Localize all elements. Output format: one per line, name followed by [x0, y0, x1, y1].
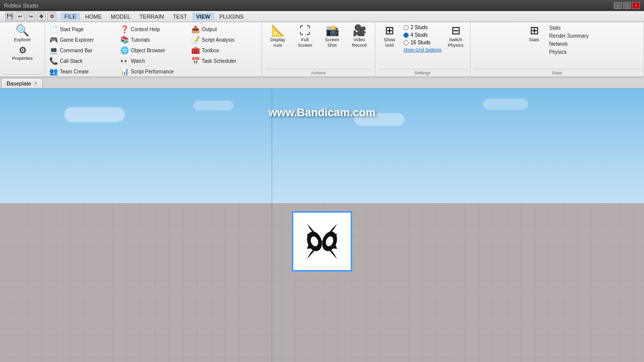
video-record-btn[interactable]: 🎥 VideoRecord	[347, 24, 372, 49]
stats-section-label: Stats	[473, 69, 640, 75]
start-page-btn[interactable]: 📄 Start Page	[47, 24, 118, 34]
ribbon: 🔍 Explorer ⚙ Properties 📄 Start Page ❓ C…	[0, 22, 644, 77]
viewport-3d[interactable]: www.Bandicam.com	[0, 88, 644, 362]
window-controls: – □ ×	[614, 2, 640, 9]
title-bar: Roblox Studio – □ ×	[0, 0, 644, 11]
script-analysis-icon: 📝	[191, 36, 200, 44]
menu-terrain[interactable]: TERRAIN	[135, 13, 168, 21]
full-screen-icon: ⛶	[299, 25, 310, 36]
menu-bar: 💾 ↩ ↪ ✥ ⚙ FILE HOME MODEL TERRAIN TEST V…	[0, 11, 644, 22]
display-axis-icon: 📐	[271, 25, 285, 36]
menu-test[interactable]: TEST	[169, 13, 191, 21]
context-help-btn[interactable]: ❓ Context Help	[118, 24, 189, 34]
watch-btn[interactable]: 👀 Watch	[118, 56, 189, 66]
grid-settings-link[interactable]: show Grid Settings	[403, 47, 443, 53]
tab-bar: Baseplate ×	[0, 77, 644, 88]
stats-grid-btn[interactable]: ⊞ Stats	[523, 24, 545, 44]
settings-section: ⊞ ShowGrid 2 Studs 4 Studs 16 Studs	[375, 22, 470, 76]
start-page-icon: 📄	[49, 25, 58, 33]
toolbox-btn[interactable]: 🧰 Toolbox	[189, 45, 260, 55]
baseplate-surface	[0, 203, 644, 362]
context-help-icon: ❓	[120, 25, 129, 33]
move-icon[interactable]: ✥	[37, 12, 46, 21]
settings-section-label: Settings	[378, 69, 467, 75]
stats-grid-icon: ⊞	[530, 25, 539, 36]
settings2-icon[interactable]: ⚙	[47, 12, 56, 21]
watch-icon: 👀	[120, 57, 129, 65]
redo-icon[interactable]: ↪	[26, 12, 35, 21]
stud-2-option[interactable]: 2 Studs	[403, 24, 443, 31]
toolbox-icon: 🧰	[191, 46, 200, 54]
screenshot-btn[interactable]: 📸 ScreenShot	[319, 24, 345, 49]
video-record-icon: 🎥	[353, 25, 366, 36]
game-explorer-btn[interactable]: 🎮 Game Explorer	[47, 35, 118, 45]
physics-btn[interactable]: Physics	[547, 48, 591, 56]
team-create-btn[interactable]: 👥 Team Create	[47, 66, 118, 76]
switch-physics-icon: ⊟	[451, 25, 460, 36]
cloud-1	[64, 107, 125, 122]
show-section: 📄 Start Page ❓ Context Help 📤 Output 🎮 G…	[45, 22, 262, 76]
team-create-icon: 👥	[49, 67, 58, 75]
network-btn[interactable]: Network	[547, 40, 591, 48]
screenshot-icon: 📸	[326, 25, 339, 36]
explorer-section-label	[3, 74, 42, 75]
show-grid-btn[interactable]: ⊞ ShowGrid	[378, 24, 400, 49]
object-svg	[297, 216, 347, 266]
command-bar-icon: 💻	[49, 46, 58, 54]
undo-icon[interactable]: ↩	[16, 12, 25, 21]
properties-btn[interactable]: ⚙ Properties	[10, 45, 35, 62]
selected-object[interactable]	[292, 211, 352, 272]
full-screen-btn[interactable]: ⛶ FullScreen	[292, 24, 317, 49]
menu-view[interactable]: VIEW	[192, 13, 214, 21]
task-scheduler-icon: 📅	[191, 57, 200, 65]
task-scheduler-btn[interactable]: 📅 Task Scheduler	[189, 56, 260, 66]
maximize-btn[interactable]: □	[623, 2, 631, 9]
cloud-3	[354, 113, 405, 126]
cloud-2	[193, 101, 233, 111]
baseplate-tab[interactable]: Baseplate ×	[1, 78, 43, 88]
menu-model[interactable]: MODEL	[107, 13, 134, 21]
tab-close-icon[interactable]: ×	[34, 80, 37, 86]
stats-section: ⊞ Stats Stats Render Summary Network Phy…	[470, 22, 644, 76]
object-browser-icon: 🌐	[120, 46, 129, 54]
actions-section-label: Actions	[265, 69, 372, 75]
script-analysis-btn[interactable]: 📝 Script Analysis	[189, 35, 260, 45]
show-grid-icon: ⊞	[385, 25, 394, 36]
actions-section: 📐 DisplayAxis ⛶ FullScreen 📸 ScreenShot …	[262, 22, 375, 76]
explorer-properties-section: 🔍 Explorer ⚙ Properties	[0, 22, 45, 76]
call-stack-btn[interactable]: 📞 Call Stack	[47, 56, 118, 66]
close-btn[interactable]: ×	[632, 2, 640, 9]
stud-2-radio	[404, 25, 409, 30]
menu-home[interactable]: HOME	[81, 13, 106, 21]
explorer-icon: 🔍	[16, 25, 29, 36]
object-browser-btn[interactable]: 🌐 Object Browser	[118, 45, 189, 55]
explorer-btn[interactable]: 🔍 Explorer	[12, 24, 34, 44]
minimize-btn[interactable]: –	[614, 2, 622, 9]
render-summary-btn[interactable]: Render Summary	[547, 32, 591, 40]
selected-object-container	[292, 211, 352, 272]
vertical-divider	[272, 88, 272, 362]
quick-access: 💾 ↩ ↪ ✥ ⚙	[5, 12, 56, 21]
display-axis-btn[interactable]: 📐 DisplayAxis	[265, 24, 290, 49]
tutorials-icon: 📚	[120, 36, 129, 44]
cloud-4	[483, 99, 528, 110]
stud-16-radio	[404, 40, 409, 45]
sky	[0, 88, 644, 212]
stud-16-option[interactable]: 16 Studs	[403, 39, 443, 46]
properties-icon: ⚙	[19, 46, 27, 55]
save-icon[interactable]: 💾	[5, 12, 14, 21]
output-btn[interactable]: 📤 Output	[189, 24, 260, 34]
menu-file[interactable]: FILE	[60, 13, 80, 21]
game-explorer-icon: 🎮	[49, 36, 58, 44]
command-bar-btn[interactable]: 💻 Command Bar	[47, 45, 118, 55]
tutorials-btn[interactable]: 📚 Tutorials	[118, 35, 189, 45]
viewport-area: Baseplate ×	[0, 77, 644, 362]
script-performance-btn[interactable]: 📊 Script Performance	[118, 66, 189, 76]
switch-physics-btn[interactable]: ⊟ SwitchPhysics	[445, 24, 467, 49]
menu-plugins[interactable]: PLUGINS	[215, 13, 248, 21]
title-text: Roblox Studio	[4, 3, 39, 9]
stud-4-option[interactable]: 4 Studs	[403, 32, 443, 38]
menu-items: 💾 ↩ ↪ ✥ ⚙ FILE HOME MODEL TERRAIN TEST V…	[2, 12, 248, 21]
script-performance-icon: 📊	[120, 67, 129, 75]
stats-btn[interactable]: Stats	[547, 24, 591, 32]
